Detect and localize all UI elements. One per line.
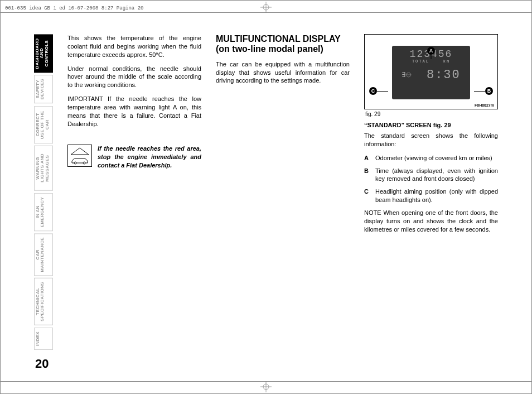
registration-mark-icon (260, 2, 272, 13)
coolant-temp-description: This shows the temperature of the engine… (67, 34, 201, 59)
tab-index: INDEX (34, 328, 53, 350)
callout-line (431, 55, 432, 59)
tab-correct-use-of-the-car: CORRECT USE OF THE CAR (34, 106, 53, 143)
list-label-b: B (364, 167, 371, 184)
column-2: MULTIFUNCTIONAL DISPLAY (on two-line mod… (216, 34, 350, 371)
column-3: A C B 123456 TOTAL km ∃⦵ (364, 34, 498, 371)
warning-text: If the needle reaches the red area, stop… (98, 145, 201, 170)
list-item: A Odometer (viewing of covered km or mil… (364, 154, 498, 162)
tab-safety-devices: SAFETY DEVICES (34, 75, 53, 103)
column-1: This shows the temperature of the engine… (67, 34, 201, 371)
odometer-label-total: TOTAL (412, 59, 429, 64)
callout-line (377, 91, 388, 92)
callout-b: B (485, 87, 493, 95)
warning-block: If the needle reaches the red area, stop… (67, 145, 201, 170)
odometer-labels: TOTAL km (394, 59, 468, 64)
figure-29: A C B 123456 TOTAL km ∃⦵ (364, 34, 498, 109)
callout-line (474, 91, 485, 92)
multifunctional-display-heading: MULTIFUNCTIONAL DISPLAY (on two-line mod… (216, 34, 350, 55)
svg-point-8 (83, 162, 85, 164)
list-label-a: A (364, 154, 371, 162)
standard-screen-intro: The standard screen shows the following … (364, 132, 498, 148)
normal-conditions-text: Under normal conditions, the needle shou… (67, 65, 201, 90)
figure-reference: F0H0027m (475, 103, 494, 107)
crop-header: 001-035 idea GB 1 ed 10-07-2008 8:27 Pag… (5, 6, 143, 11)
tab-dashboard-and-controls: DASHBOARD AND CONTROLS (34, 34, 53, 73)
list-label-c: C (364, 188, 371, 204)
important-failure-text: IMPORTANT If the needle reaches the low … (67, 95, 201, 128)
standard-screen-heading: “STANDARD” SCREEN fig. 29 (364, 122, 498, 128)
multifunction-display-intro: The car can be equipped with a multifunc… (216, 60, 350, 85)
list-item: B Time (always displayed, even with igni… (364, 167, 498, 184)
callout-c: C (369, 87, 377, 95)
clock-value: 8:30 (427, 68, 461, 82)
figure-caption: fig. 29 (365, 111, 498, 117)
page-number: 20 (34, 357, 54, 371)
tab-technical-specs: TECHNICAL SPECIFICATIONS (34, 278, 53, 325)
odometer-label-km: km (443, 59, 450, 64)
section-tabs: DASHBOARD AND CONTROLS SAFETY DEVICES CO… (34, 34, 53, 371)
tab-in-an-emergency: IN AN EMERGENCY (34, 193, 53, 231)
headlight-aim-icon: ∃⦵ (402, 71, 412, 79)
list-text-a: Odometer (viewing of covered km or miles… (375, 154, 492, 162)
tab-car-maintenance: CAR MAINTENANCE (34, 233, 53, 276)
list-text-c: Headlight aiming position (only with dip… (375, 188, 498, 204)
callout-a: A (427, 47, 435, 55)
list-item: C Headlight aiming position (only with d… (364, 188, 498, 204)
warning-car-icon (67, 145, 92, 167)
note-text: NOTE When opening one of the front doors… (364, 209, 498, 234)
svg-marker-6 (71, 148, 89, 155)
list-text-b: Time (always displayed, even with igniti… (375, 167, 498, 184)
tab-warning-lights: WARNING LIGHTS AND MESSAGES (34, 146, 53, 191)
svg-point-7 (74, 162, 76, 164)
registration-mark-icon (260, 381, 272, 392)
